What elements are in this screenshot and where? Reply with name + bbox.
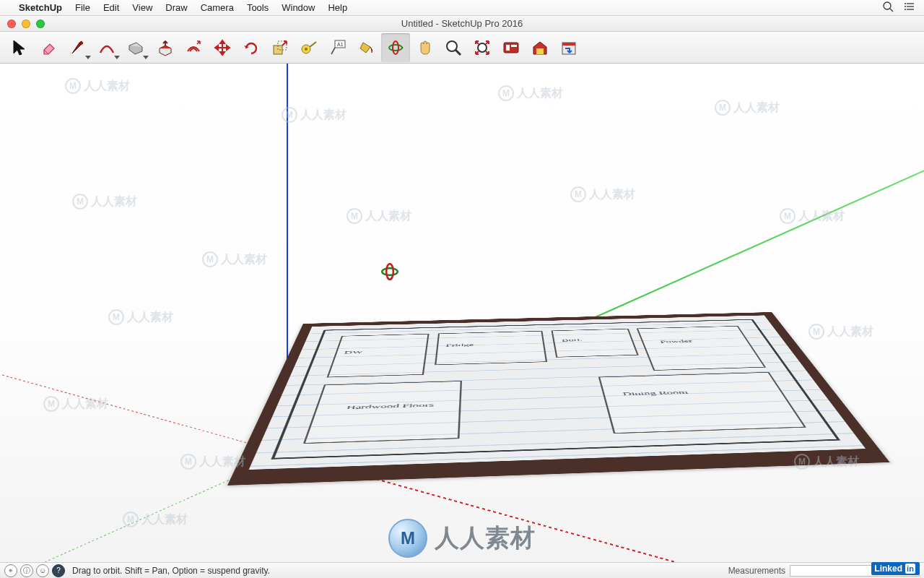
svg-rect-23 <box>511 45 517 47</box>
paint-bucket-tool[interactable] <box>352 33 381 62</box>
menu-tools[interactable]: Tools <box>247 2 269 13</box>
close-window-button[interactable] <box>7 20 16 28</box>
svg-point-16 <box>389 45 402 51</box>
svg-point-6 <box>905 6 906 7</box>
imported-image-plane[interactable]: DW Fridge Butl. Dining Room Hardwood Flo… <box>303 324 808 562</box>
app-menu[interactable]: SketchUp <box>19 2 62 13</box>
plan-label: Butl. <box>562 338 583 342</box>
push-pull-tool[interactable] <box>150 33 179 62</box>
axis-red-negative <box>0 357 287 454</box>
linkedin-badge: Linkedin <box>871 562 920 575</box>
offset-tool[interactable] <box>179 33 208 62</box>
status-hint: Drag to orbit. Shift = Pan, Option = sus… <box>72 566 270 576</box>
svg-point-7 <box>905 9 906 10</box>
watermark-text: 人人素材 <box>84 79 130 94</box>
geolocation-icon[interactable]: ⌖ <box>4 564 17 577</box>
svg-rect-24 <box>536 48 544 54</box>
zoom-window-button[interactable] <box>36 20 45 28</box>
rectangle-tool[interactable] <box>121 33 150 62</box>
spotlight-icon[interactable] <box>882 1 894 14</box>
svg-point-17 <box>393 41 398 54</box>
pan-tool[interactable] <box>410 33 439 62</box>
orbit-cursor-icon <box>380 262 400 285</box>
eraser-tool[interactable] <box>35 33 64 62</box>
svg-point-26 <box>382 268 398 275</box>
svg-point-20 <box>478 43 487 52</box>
text-tool[interactable]: A1 <box>323 33 352 62</box>
menu-camera[interactable]: Camera <box>201 2 234 13</box>
plan-label: Fridge <box>445 342 474 348</box>
minimize-window-button[interactable] <box>22 20 30 28</box>
svg-line-1 <box>890 9 893 12</box>
tape-measure-tool[interactable] <box>295 33 323 62</box>
zoom-tool[interactable] <box>439 33 468 62</box>
menu-edit[interactable]: Edit <box>103 2 119 13</box>
arc-tool[interactable] <box>92 33 121 62</box>
orbit-tool[interactable] <box>381 33 410 62</box>
main-toolbar: A1 <box>0 32 924 64</box>
menu-draw[interactable]: Draw <box>165 2 187 13</box>
window-title: Untitled - SketchUp Pro 2016 <box>0 18 924 29</box>
status-bar: ⌖ ⓘ ☺ ? Drag to orbit. Shift = Pan, Opti… <box>0 562 924 578</box>
viewport-3d[interactable]: DW Fridge Butl. Dining Room Hardwood Flo… <box>0 64 924 562</box>
svg-text:A1: A1 <box>337 42 344 47</box>
window-titlebar: Untitled - SketchUp Pro 2016 <box>0 16 924 32</box>
credits-icon[interactable]: ⓘ <box>20 564 33 577</box>
plan-label: DW <box>344 350 363 355</box>
menu-file[interactable]: File <box>75 2 90 13</box>
menu-view[interactable]: View <box>132 2 152 13</box>
select-tool[interactable] <box>6 33 35 62</box>
3d-warehouse-tool[interactable] <box>526 33 554 62</box>
measurements-label: Measurements <box>728 566 785 576</box>
line-tool[interactable] <box>64 33 92 62</box>
zoom-extents-tool[interactable] <box>468 33 497 62</box>
mac-menubar: SketchUp File Edit View Draw Camera Tool… <box>0 0 924 16</box>
rotate-tool[interactable] <box>237 33 266 62</box>
help-icon[interactable]: ? <box>52 564 65 577</box>
menu-help[interactable]: Help <box>328 2 347 13</box>
svg-point-0 <box>884 2 891 9</box>
traffic-lights <box>0 20 45 28</box>
scale-tool[interactable] <box>266 33 295 62</box>
person-icon[interactable]: ☺ <box>36 564 49 577</box>
menu-list-icon[interactable] <box>904 1 915 14</box>
svg-point-27 <box>386 264 393 280</box>
svg-point-18 <box>447 41 457 51</box>
get-photo-textures-tool[interactable] <box>497 33 526 62</box>
extension-warehouse-tool[interactable] <box>554 33 583 62</box>
svg-rect-22 <box>506 45 510 51</box>
svg-line-19 <box>456 50 461 55</box>
move-tool[interactable] <box>208 33 237 62</box>
svg-point-5 <box>905 3 906 4</box>
svg-point-13 <box>305 48 308 51</box>
menu-window[interactable]: Window <box>282 2 315 13</box>
